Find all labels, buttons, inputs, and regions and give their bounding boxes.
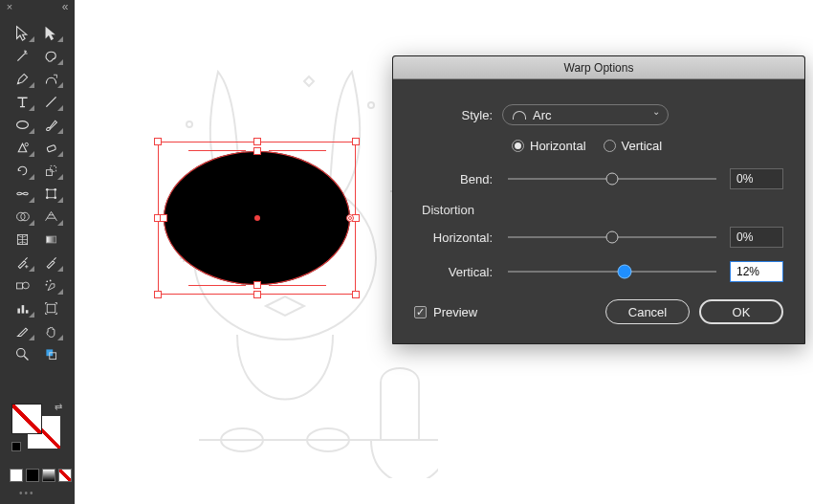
scale-tool[interactable] [36, 159, 65, 182]
svg-rect-23 [25, 310, 28, 313]
hand-tool[interactable] [36, 319, 65, 342]
distortion-horizontal-thumb[interactable] [606, 231, 619, 244]
bend-value-input[interactable]: 0% [730, 168, 783, 189]
tool-grid [8, 21, 65, 365]
orientation-vertical-radio[interactable]: Vertical [604, 139, 663, 153]
chevron-down-icon: ⌄ [652, 109, 660, 115]
arc-icon [513, 111, 526, 120]
svg-point-20 [45, 283, 47, 285]
preview-checkbox[interactable] [414, 306, 427, 318]
handle-top-mid[interactable] [253, 138, 261, 145]
distortion-horizontal-input[interactable]: 0% [730, 227, 783, 248]
rotate-tool[interactable] [8, 159, 36, 182]
column-graph-tool[interactable] [8, 296, 36, 319]
distortion-vertical-slider[interactable] [508, 271, 716, 273]
anchor-right[interactable] [346, 214, 354, 222]
distortion-vertical-input[interactable]: 12% [730, 261, 783, 282]
anchor-top[interactable] [253, 147, 261, 155]
control-handle-line [188, 285, 246, 286]
svg-rect-7 [47, 189, 55, 198]
gradient-tool[interactable] [36, 228, 65, 251]
default-fill-stroke-icon[interactable] [11, 442, 21, 451]
bend-slider[interactable] [508, 178, 716, 180]
svg-point-19 [49, 279, 51, 281]
preview-label: Preview [433, 305, 477, 319]
cancel-button[interactable]: Cancel [605, 299, 690, 324]
dialog-title[interactable]: Warp Options [393, 56, 804, 79]
handle-top-right[interactable] [352, 138, 360, 145]
color-mode-black[interactable] [26, 469, 39, 482]
type-tool[interactable] [8, 90, 36, 113]
symbol-sprayer-tool[interactable] [36, 274, 65, 296]
svg-line-26 [24, 356, 28, 360]
color-mode-row [10, 469, 72, 482]
perspective-grid-tool[interactable] [36, 205, 65, 228]
svg-point-2 [16, 121, 28, 128]
distortion-section-label: Distortion [422, 203, 783, 217]
svg-rect-5 [46, 169, 52, 175]
close-icon[interactable]: × [3, 0, 16, 13]
orientation-horizontal-label: Horizontal [530, 139, 586, 153]
free-transform-tool[interactable] [36, 182, 65, 205]
svg-point-10 [45, 196, 48, 199]
color-mode-none[interactable] [58, 469, 72, 482]
svg-point-11 [54, 196, 56, 199]
tools-panel: × « ⇄ [0, 0, 75, 504]
distortion-vertical-thumb[interactable] [618, 265, 632, 279]
distortion-horizontal-label: Horizontal: [414, 230, 502, 245]
fill-stroke-toggle[interactable] [36, 342, 65, 365]
fill-swatch[interactable] [11, 404, 42, 434]
anchor-bottom[interactable] [253, 281, 261, 289]
selection-bounding-box[interactable] [158, 142, 356, 295]
handle-bottom-left[interactable] [154, 291, 162, 298]
paintbrush-tool[interactable] [36, 113, 65, 136]
radio-on-icon [512, 140, 524, 152]
color-mode-solid[interactable] [10, 469, 23, 482]
line-segment-tool[interactable] [36, 90, 65, 113]
eyedropper-tool[interactable] [36, 251, 65, 274]
shaper-tool[interactable] [8, 136, 36, 159]
eyedropper-plus-tool[interactable] [8, 251, 36, 274]
svg-point-0 [17, 81, 19, 83]
width-tool[interactable] [8, 182, 36, 205]
shape-builder-tool[interactable] [8, 205, 36, 228]
control-handle-line [269, 150, 326, 151]
center-point[interactable] [254, 215, 260, 221]
svg-rect-21 [17, 308, 20, 313]
edit-toolbar-icon[interactable]: ••• [19, 488, 35, 498]
style-label: Style: [414, 108, 502, 122]
orientation-horizontal-radio[interactable]: Horizontal [512, 139, 586, 153]
handle-top-left[interactable] [154, 138, 162, 145]
fill-stroke-swatches[interactable]: ⇄ [11, 404, 64, 447]
swap-fill-stroke-icon[interactable]: ⇄ [55, 402, 64, 411]
bend-slider-thumb[interactable] [606, 173, 619, 186]
handle-bottom-mid[interactable] [253, 291, 261, 298]
distortion-vertical-label: Vertical: [414, 265, 502, 279]
pen-tool[interactable] [8, 67, 36, 90]
direct-selection-tool[interactable] [36, 21, 65, 44]
ok-button[interactable]: OK [699, 299, 783, 324]
handle-bottom-right[interactable] [352, 291, 360, 298]
selection-tool[interactable] [8, 21, 36, 44]
lasso-tool[interactable] [36, 44, 65, 67]
color-mode-gradient[interactable] [42, 469, 55, 482]
artboard-tool[interactable] [36, 296, 65, 319]
zoom-tool[interactable] [8, 342, 36, 365]
anchor-left[interactable] [160, 214, 167, 222]
eraser-tool[interactable] [36, 136, 65, 159]
svg-point-25 [16, 348, 25, 357]
slice-tool[interactable] [8, 319, 36, 342]
warp-options-dialog: Warp Options Style: Arc ⌄ Horizontal Ver… [392, 55, 805, 344]
curvature-pen-tool[interactable] [36, 67, 65, 90]
magic-wand-tool[interactable] [8, 44, 36, 67]
control-handle-line [269, 285, 326, 286]
control-handle-line [188, 150, 246, 151]
svg-rect-6 [50, 165, 55, 171]
mesh-tool[interactable] [8, 228, 36, 251]
svg-point-8 [45, 187, 48, 190]
collapse-icon[interactable]: « [58, 0, 72, 13]
blend-tool[interactable] [8, 274, 36, 296]
distortion-horizontal-slider[interactable] [508, 236, 716, 238]
style-select[interactable]: Arc ⌄ [502, 104, 669, 125]
ellipse-tool[interactable] [8, 113, 36, 136]
